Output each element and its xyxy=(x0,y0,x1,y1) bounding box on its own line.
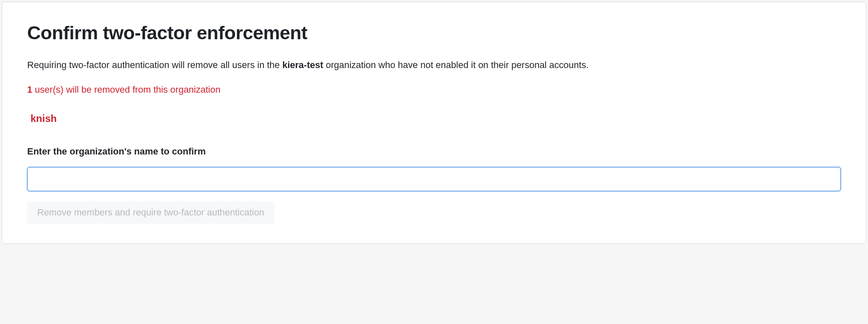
description-prefix: Requiring two-factor authentication will… xyxy=(27,60,282,70)
description-text: Requiring two-factor authentication will… xyxy=(27,59,841,72)
user-list: knish xyxy=(27,113,841,124)
org-name: kiera-test xyxy=(282,60,323,70)
removal-count: 1 xyxy=(27,84,32,95)
org-name-input[interactable] xyxy=(27,167,841,191)
description-suffix: organization who have not enabled it on … xyxy=(323,60,589,70)
page-title: Confirm two-factor enforcement xyxy=(27,22,841,44)
removal-text: user(s) will be removed from this organi… xyxy=(32,84,220,95)
user-item: knish xyxy=(31,113,841,124)
confirm-label: Enter the organization's name to confirm xyxy=(27,146,841,157)
remove-members-button[interactable]: Remove members and require two-factor au… xyxy=(27,201,274,224)
removal-warning: 1 user(s) will be removed from this orga… xyxy=(27,84,841,95)
confirm-panel: Confirm two-factor enforcement Requiring… xyxy=(2,2,866,244)
